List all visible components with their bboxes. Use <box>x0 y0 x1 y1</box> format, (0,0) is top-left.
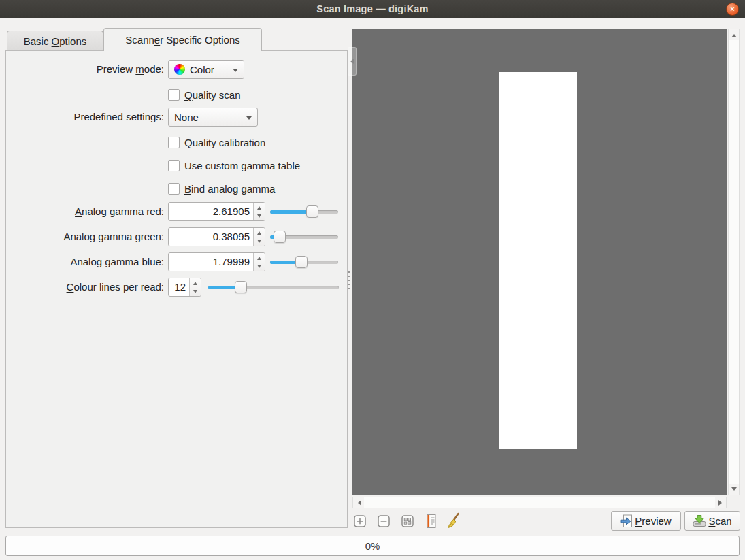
spin-up-icon[interactable] <box>254 203 265 212</box>
scroll-down-button[interactable] <box>729 484 739 495</box>
quality-calibration-label[interactable]: Quality calibration <box>184 136 265 149</box>
spin-up-icon[interactable] <box>254 228 265 237</box>
tab-basic-options-label: Basic Options <box>24 35 87 47</box>
preview-image <box>499 72 577 449</box>
arrow-up-icon <box>731 31 737 37</box>
slider-thumb[interactable] <box>295 256 308 268</box>
zoom-fit-button[interactable] <box>423 512 440 530</box>
use-custom-gamma-table-label[interactable]: Use custom gamma table <box>184 159 300 172</box>
titlebar[interactable]: Scan Image — digiKam × <box>0 0 745 18</box>
preview-vertical-scrollbar[interactable] <box>728 29 740 495</box>
clear-selections-button[interactable] <box>445 512 463 530</box>
bind-analog-gamma-label[interactable]: Bind analog gamma <box>184 182 275 195</box>
document-preview-icon <box>620 514 633 528</box>
splitter-handle[interactable] <box>348 271 350 291</box>
analog-gamma-green-slider[interactable] <box>270 227 338 246</box>
preview-mode-label: Preview mode: <box>6 60 164 79</box>
collapse-panel-handle[interactable] <box>348 47 357 76</box>
analog-gamma-red-spinbox[interactable]: 2.61905 <box>168 202 265 221</box>
arrow-down-icon <box>731 487 737 493</box>
analog-gamma-red-value[interactable]: 2.61905 <box>169 203 253 220</box>
options-panel: Preview mode: Color Quality scan Predefi… <box>5 50 348 528</box>
preview-mode-value: Color <box>190 64 214 76</box>
arrow-left-icon <box>355 500 361 506</box>
tab-basic-options[interactable]: Basic Options <box>7 31 103 51</box>
window-title: Scan Image — digiKam <box>316 3 428 14</box>
analog-gamma-blue-value[interactable]: 1.79999 <box>169 253 253 271</box>
slider-thumb[interactable] <box>274 231 286 243</box>
analog-gamma-green-value[interactable]: 0.38095 <box>169 228 253 246</box>
preview-area[interactable] <box>352 29 727 495</box>
analog-gamma-blue-spinbox[interactable]: 1.79999 <box>168 252 265 271</box>
scroll-right-button[interactable] <box>715 497 726 508</box>
arrow-right-icon <box>718 500 725 506</box>
predefined-settings-label: Predefined settings: <box>6 108 164 127</box>
scan-button[interactable]: Scan <box>684 511 740 531</box>
chevron-down-icon <box>246 116 252 122</box>
zoom-selection-icon <box>400 514 415 529</box>
preview-horizontal-scrollbar[interactable] <box>352 497 727 508</box>
analog-gamma-blue-label: Analog gamma blue: <box>6 252 164 271</box>
spin-down-icon[interactable] <box>254 212 265 220</box>
tab-scanner-specific-options[interactable]: Scanner Specific Options <box>103 28 262 51</box>
preview-mode-combobox[interactable]: Color <box>168 60 244 79</box>
quality-calibration-checkbox[interactable] <box>168 137 180 148</box>
scroll-up-button[interactable] <box>729 29 739 40</box>
zoom-selection-button[interactable] <box>399 512 416 530</box>
predefined-settings-combobox[interactable]: None <box>168 108 258 127</box>
analog-gamma-red-slider[interactable] <box>270 202 338 221</box>
zoom-in-button[interactable] <box>351 512 369 530</box>
analog-gamma-blue-slider[interactable] <box>270 252 338 271</box>
quality-scan-label[interactable]: Quality scan <box>184 88 241 101</box>
spin-up-icon[interactable] <box>190 278 201 287</box>
analog-gamma-red-label: Analog gamma red: <box>6 202 164 221</box>
color-wheel-icon <box>174 64 185 75</box>
use-custom-gamma-table-checkbox[interactable] <box>168 160 180 171</box>
spin-down-icon[interactable] <box>254 262 265 271</box>
colour-lines-per-read-label: Colour lines per read: <box>6 278 164 297</box>
tab-scanner-specific-options-label: Scanner Specific Options <box>125 34 239 46</box>
analog-gamma-green-label: Analog gamma green: <box>6 227 164 246</box>
broom-icon <box>446 512 462 530</box>
scanner-icon <box>693 514 706 528</box>
scan-progress-bar: 0% <box>5 536 740 556</box>
document-icon <box>425 514 437 529</box>
close-icon: × <box>730 5 734 13</box>
colour-lines-per-read-spinbox[interactable]: 12 <box>168 278 201 297</box>
scroll-left-button[interactable] <box>353 497 364 508</box>
analog-gamma-green-spinbox[interactable]: 0.38095 <box>168 227 265 246</box>
slider-thumb[interactable] <box>235 281 247 293</box>
chevron-down-icon <box>233 69 238 75</box>
bind-analog-gamma-checkbox[interactable] <box>168 183 180 195</box>
preview-button[interactable]: Preview <box>611 511 681 531</box>
scan-dialog-window: Scan Image — digiKam × Basic Options Sca… <box>0 0 745 560</box>
zoom-out-button[interactable] <box>375 512 393 530</box>
scan-button-label: Scan <box>708 515 731 527</box>
spin-down-icon[interactable] <box>190 287 201 296</box>
colour-lines-per-read-slider[interactable] <box>208 278 339 297</box>
close-button[interactable]: × <box>726 3 739 16</box>
preview-button-label: Preview <box>635 515 671 527</box>
chevron-left-icon <box>348 59 354 64</box>
predefined-settings-value: None <box>174 112 199 123</box>
zoom-out-icon <box>376 514 391 529</box>
spin-up-icon[interactable] <box>254 253 265 262</box>
spin-down-icon[interactable] <box>254 237 265 246</box>
colour-lines-per-read-value[interactable]: 12 <box>169 278 189 296</box>
zoom-in-icon <box>352 514 367 529</box>
quality-scan-checkbox[interactable] <box>168 89 180 101</box>
slider-thumb[interactable] <box>306 205 318 218</box>
progress-value: 0% <box>365 540 380 552</box>
